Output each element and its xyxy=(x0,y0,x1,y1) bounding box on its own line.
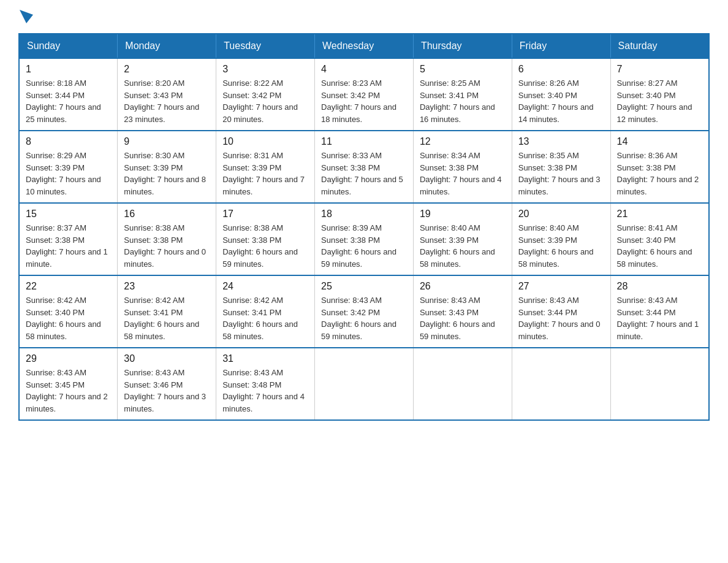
day-number: 15 xyxy=(26,209,111,220)
calendar-cell: 27 Sunrise: 8:43 AM Sunset: 3:44 PM Dayl… xyxy=(512,275,610,348)
calendar-cell: 13 Sunrise: 8:35 AM Sunset: 3:38 PM Dayl… xyxy=(512,131,610,203)
header-tuesday: Tuesday xyxy=(216,34,315,58)
day-info: Sunrise: 8:41 AM Sunset: 3:40 PM Dayligh… xyxy=(617,222,702,270)
calendar-table: SundayMondayTuesdayWednesdayThursdayFrid… xyxy=(18,33,710,421)
day-info: Sunrise: 8:36 AM Sunset: 3:38 PM Dayligh… xyxy=(617,150,702,197)
day-info: Sunrise: 8:43 AM Sunset: 3:42 PM Dayligh… xyxy=(321,294,407,342)
calendar-cell: 25 Sunrise: 8:43 AM Sunset: 3:42 PM Dayl… xyxy=(315,275,414,348)
day-number: 2 xyxy=(124,64,210,75)
day-number: 22 xyxy=(26,281,111,292)
calendar-cell: 8 Sunrise: 8:29 AM Sunset: 3:39 PM Dayli… xyxy=(19,131,118,203)
header-monday: Monday xyxy=(118,34,216,58)
calendar-cell xyxy=(413,348,512,420)
day-info: Sunrise: 8:30 AM Sunset: 3:39 PM Dayligh… xyxy=(124,150,210,197)
day-number: 3 xyxy=(222,64,308,75)
day-number: 27 xyxy=(518,281,604,292)
day-number: 21 xyxy=(617,209,702,220)
day-info: Sunrise: 8:43 AM Sunset: 3:44 PM Dayligh… xyxy=(518,294,604,342)
calendar-cell: 15 Sunrise: 8:37 AM Sunset: 3:38 PM Dayl… xyxy=(19,203,118,275)
calendar-cell: 28 Sunrise: 8:43 AM Sunset: 3:44 PM Dayl… xyxy=(610,275,709,348)
day-info: Sunrise: 8:25 AM Sunset: 3:41 PM Dayligh… xyxy=(420,77,506,125)
day-info: Sunrise: 8:42 AM Sunset: 3:41 PM Dayligh… xyxy=(124,294,210,342)
logo-triangle-icon xyxy=(20,10,33,23)
day-number: 1 xyxy=(26,64,111,75)
day-info: Sunrise: 8:31 AM Sunset: 3:39 PM Dayligh… xyxy=(222,150,308,197)
day-number: 28 xyxy=(617,281,702,292)
calendar-cell: 10 Sunrise: 8:31 AM Sunset: 3:39 PM Dayl… xyxy=(216,131,315,203)
day-number: 9 xyxy=(124,136,210,147)
day-info: Sunrise: 8:18 AM Sunset: 3:44 PM Dayligh… xyxy=(26,77,111,125)
calendar-cell xyxy=(315,348,414,420)
calendar-cell: 19 Sunrise: 8:40 AM Sunset: 3:39 PM Dayl… xyxy=(413,203,512,275)
day-info: Sunrise: 8:43 AM Sunset: 3:43 PM Dayligh… xyxy=(420,294,506,342)
calendar-cell: 16 Sunrise: 8:38 AM Sunset: 3:38 PM Dayl… xyxy=(118,203,216,275)
header-friday: Friday xyxy=(512,34,610,58)
day-number: 23 xyxy=(124,281,210,292)
calendar-cell: 1 Sunrise: 8:18 AM Sunset: 3:44 PM Dayli… xyxy=(19,58,118,131)
day-number: 18 xyxy=(321,209,407,220)
day-number: 4 xyxy=(321,64,407,75)
logo xyxy=(18,12,33,21)
calendar-cell: 12 Sunrise: 8:34 AM Sunset: 3:38 PM Dayl… xyxy=(413,131,512,203)
day-info: Sunrise: 8:42 AM Sunset: 3:40 PM Dayligh… xyxy=(26,294,111,342)
calendar-cell: 24 Sunrise: 8:42 AM Sunset: 3:41 PM Dayl… xyxy=(216,275,315,348)
header-sunday: Sunday xyxy=(19,34,118,58)
day-number: 17 xyxy=(222,209,308,220)
day-number: 16 xyxy=(124,209,210,220)
day-info: Sunrise: 8:34 AM Sunset: 3:38 PM Dayligh… xyxy=(420,150,506,197)
day-info: Sunrise: 8:40 AM Sunset: 3:39 PM Dayligh… xyxy=(518,222,604,270)
header-thursday: Thursday xyxy=(413,34,512,58)
calendar-cell: 2 Sunrise: 8:20 AM Sunset: 3:43 PM Dayli… xyxy=(118,58,216,131)
calendar-cell: 20 Sunrise: 8:40 AM Sunset: 3:39 PM Dayl… xyxy=(512,203,610,275)
day-info: Sunrise: 8:27 AM Sunset: 3:40 PM Dayligh… xyxy=(617,77,702,125)
day-info: Sunrise: 8:39 AM Sunset: 3:38 PM Dayligh… xyxy=(321,222,407,270)
week-row-3: 15 Sunrise: 8:37 AM Sunset: 3:38 PM Dayl… xyxy=(19,203,709,275)
day-info: Sunrise: 8:40 AM Sunset: 3:39 PM Dayligh… xyxy=(420,222,506,270)
calendar-cell: 3 Sunrise: 8:22 AM Sunset: 3:42 PM Dayli… xyxy=(216,58,315,131)
day-number: 12 xyxy=(420,136,506,147)
day-info: Sunrise: 8:38 AM Sunset: 3:38 PM Dayligh… xyxy=(124,222,210,270)
week-row-1: 1 Sunrise: 8:18 AM Sunset: 3:44 PM Dayli… xyxy=(19,58,709,131)
day-info: Sunrise: 8:20 AM Sunset: 3:43 PM Dayligh… xyxy=(124,77,210,125)
day-number: 20 xyxy=(518,209,604,220)
week-row-5: 29 Sunrise: 8:43 AM Sunset: 3:45 PM Dayl… xyxy=(19,348,709,420)
day-info: Sunrise: 8:43 AM Sunset: 3:44 PM Dayligh… xyxy=(617,294,702,342)
calendar-cell: 7 Sunrise: 8:27 AM Sunset: 3:40 PM Dayli… xyxy=(610,58,709,131)
day-number: 29 xyxy=(26,353,111,364)
day-number: 13 xyxy=(518,136,604,147)
day-number: 6 xyxy=(518,64,604,75)
day-number: 19 xyxy=(420,209,506,220)
day-info: Sunrise: 8:37 AM Sunset: 3:38 PM Dayligh… xyxy=(26,222,111,270)
week-row-4: 22 Sunrise: 8:42 AM Sunset: 3:40 PM Dayl… xyxy=(19,275,709,348)
day-number: 8 xyxy=(26,136,111,147)
calendar-header-row: SundayMondayTuesdayWednesdayThursdayFrid… xyxy=(19,34,709,58)
header-saturday: Saturday xyxy=(610,34,709,58)
day-info: Sunrise: 8:29 AM Sunset: 3:39 PM Dayligh… xyxy=(26,150,111,197)
calendar-cell: 31 Sunrise: 8:43 AM Sunset: 3:48 PM Dayl… xyxy=(216,348,315,420)
day-number: 25 xyxy=(321,281,407,292)
day-number: 14 xyxy=(617,136,702,147)
day-info: Sunrise: 8:23 AM Sunset: 3:42 PM Dayligh… xyxy=(321,77,407,125)
calendar-cell: 30 Sunrise: 8:43 AM Sunset: 3:46 PM Dayl… xyxy=(118,348,216,420)
calendar-cell: 11 Sunrise: 8:33 AM Sunset: 3:38 PM Dayl… xyxy=(315,131,414,203)
calendar-cell: 14 Sunrise: 8:36 AM Sunset: 3:38 PM Dayl… xyxy=(610,131,709,203)
day-info: Sunrise: 8:33 AM Sunset: 3:38 PM Dayligh… xyxy=(321,150,407,197)
calendar-cell: 4 Sunrise: 8:23 AM Sunset: 3:42 PM Dayli… xyxy=(315,58,414,131)
week-row-2: 8 Sunrise: 8:29 AM Sunset: 3:39 PM Dayli… xyxy=(19,131,709,203)
day-info: Sunrise: 8:26 AM Sunset: 3:40 PM Dayligh… xyxy=(518,77,604,125)
day-info: Sunrise: 8:43 AM Sunset: 3:48 PM Dayligh… xyxy=(222,367,308,415)
day-number: 10 xyxy=(222,136,308,147)
calendar-cell: 18 Sunrise: 8:39 AM Sunset: 3:38 PM Dayl… xyxy=(315,203,414,275)
day-number: 24 xyxy=(222,281,308,292)
calendar-cell: 6 Sunrise: 8:26 AM Sunset: 3:40 PM Dayli… xyxy=(512,58,610,131)
day-info: Sunrise: 8:43 AM Sunset: 3:46 PM Dayligh… xyxy=(124,367,210,415)
calendar-cell: 21 Sunrise: 8:41 AM Sunset: 3:40 PM Dayl… xyxy=(610,203,709,275)
day-info: Sunrise: 8:42 AM Sunset: 3:41 PM Dayligh… xyxy=(222,294,308,342)
day-number: 31 xyxy=(222,353,308,364)
day-number: 30 xyxy=(124,353,210,364)
calendar-cell: 5 Sunrise: 8:25 AM Sunset: 3:41 PM Dayli… xyxy=(413,58,512,131)
header-wednesday: Wednesday xyxy=(315,34,414,58)
day-info: Sunrise: 8:38 AM Sunset: 3:38 PM Dayligh… xyxy=(222,222,308,270)
page-header xyxy=(18,12,710,21)
calendar-cell: 17 Sunrise: 8:38 AM Sunset: 3:38 PM Dayl… xyxy=(216,203,315,275)
